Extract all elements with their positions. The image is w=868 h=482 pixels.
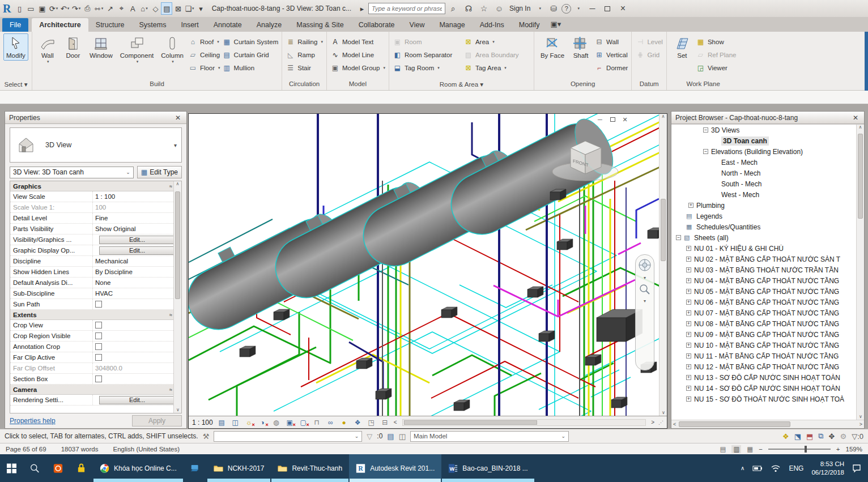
property-row-scale-value-1[interactable]: Scale Value 1:100 [10, 202, 181, 213]
visual-style-icon[interactable]: ◫ [231, 418, 240, 427]
user-icon[interactable]: ☺ [492, 2, 507, 15]
design-option-select[interactable]: Main Model⌄ [410, 431, 569, 442]
save-icon[interactable]: ▣ [36, 2, 48, 15]
property-value[interactable]: Mechanical [93, 256, 181, 266]
tab-modify[interactable]: Modify [512, 18, 547, 32]
tag-room-button-dropdown-icon[interactable]: ▾ [437, 66, 440, 70]
column-button-dropdown-icon[interactable]: ▾ [172, 59, 174, 64]
help-search-input[interactable] [368, 3, 445, 14]
tab-annotate[interactable]: Annotate [206, 18, 249, 32]
shadows-icon[interactable]: ◑× [258, 418, 267, 427]
tray-language[interactable]: ENG [789, 464, 803, 472]
web-layout-icon[interactable]: ▦ [747, 445, 753, 453]
thin-lines-icon[interactable]: ▤ [161, 2, 172, 15]
tree-item-nu-09-m-t-b-ng-c-p-tho-t-n-c-t-ng[interactable]: +NU 09 - MẶT BẰNG CẤP THOÁT NƯỚC TẦNG [671, 329, 864, 340]
tree-expander-icon[interactable]: + [686, 396, 691, 402]
taskbar-pc-button[interactable] [184, 454, 207, 482]
panel-label-build[interactable]: Build [32, 80, 282, 90]
steering-wheel-icon[interactable] [638, 258, 652, 272]
tree-expander-icon[interactable]: + [686, 386, 691, 391]
set-work-plane-button[interactable]: Set [670, 33, 694, 61]
property-row-visibility-graphics[interactable]: Visibility/Graphics ...Edit... [10, 234, 181, 245]
sign-in-dropdown-icon[interactable]: ▾ [534, 2, 546, 15]
tree-expander-icon[interactable]: + [686, 310, 691, 315]
default-3d-view-icon[interactable]: ⌂▾ [138, 2, 150, 15]
word-word-count[interactable]: 18037 words [61, 446, 99, 453]
model-text-button[interactable]: AModel Text [330, 37, 385, 46]
property-value[interactable]: Edit... [93, 234, 181, 245]
property-checkbox[interactable] [95, 376, 102, 382]
taskbar-autodesk-revit-201-button[interactable]: RAutodesk Revit 201... [349, 454, 441, 482]
property-value[interactable] [93, 342, 181, 352]
property-value[interactable]: By Discipline [93, 267, 181, 277]
help-dropdown-icon[interactable]: ▾ [573, 2, 584, 15]
aligned-dimension-icon[interactable]: ↗ [104, 2, 116, 15]
tree-item-3d-toan-canh[interactable]: 3D Toan canh [671, 135, 864, 146]
property-value[interactable]: Edit... [93, 245, 181, 255]
area-button-dropdown-icon[interactable]: ▾ [492, 40, 495, 44]
door-button[interactable]: Door [61, 33, 85, 61]
tree-item-nu-02-m-t-b-ng-c-p-tho-t-n-c-s-n-t[interactable]: +NU 02 - MẶT BẰNG CẤP THOÁT NƯỚC SÀN T [671, 254, 864, 265]
tree-item-nu-10-m-t-b-ng-c-p-tho-t-n-c-t-ng[interactable]: +NU 10 - MẶT BẰNG CẤP THOÁT NƯỚC TẦNG [671, 340, 864, 351]
curtain-grid-button[interactable]: ▤Curtain Grid [222, 50, 279, 59]
central-changes-icon[interactable]: ⬒ [806, 432, 813, 441]
taskbar-app-o-button[interactable] [46, 454, 70, 482]
tree-item-legends[interactable]: ▤Legends [671, 211, 864, 221]
tag-room-button[interactable]: ⬓Tag Room▾ [393, 63, 462, 72]
tab-analyze[interactable]: Analyze [249, 18, 289, 32]
type-selector-dropdown-icon[interactable]: ▾ [174, 142, 177, 148]
worksets-icon[interactable]: ⚒ [203, 432, 210, 441]
property-row-sub-discipline[interactable]: Sub-DisciplineHVAC [10, 288, 181, 299]
restore-button[interactable] [600, 2, 615, 15]
property-value[interactable]: Show Original [93, 224, 181, 234]
tree-item-elevations-building-elevation[interactable]: −Elevations (Building Elevation) [671, 146, 864, 157]
action-center-icon[interactable] [852, 464, 861, 473]
hscroll-left-icon[interactable]: < [394, 419, 397, 425]
property-row-sun-path[interactable]: Sun Path [10, 299, 181, 310]
select-arrows-icon[interactable]: ✥ [829, 432, 835, 441]
tree-item-nu-08-m-t-b-ng-c-p-tho-t-n-c-t-ng[interactable]: +NU 08 - MẶT BẰNG CẤP THOÁT NƯỚC TẦNG [671, 318, 864, 329]
zoom-dropdown-icon[interactable]: ▾ [644, 298, 646, 304]
panel-label-opening[interactable]: Opening [534, 80, 632, 90]
property-checkbox[interactable] [95, 354, 102, 361]
ref-plane-button[interactable]: ▱Ref Plane [696, 50, 737, 59]
print-icon[interactable]: ⎙ [82, 2, 93, 15]
model-group-button-dropdown-icon[interactable]: ▾ [383, 66, 385, 70]
tab-add-ins[interactable]: Add-Ins [473, 18, 512, 32]
browser-scrollbar[interactable]: ∧∨ [856, 125, 864, 420]
sign-in-button[interactable]: Sign In [507, 5, 533, 12]
tag-area-button-dropdown-icon[interactable]: ▾ [504, 66, 507, 70]
tree-expander-icon[interactable]: + [686, 246, 691, 251]
taskbar-search-button[interactable] [23, 454, 46, 482]
property-row-view-scale[interactable]: View Scale1 : 100 [10, 191, 181, 202]
redo-icon[interactable]: ↷▾ [70, 2, 82, 15]
dormer-opening-button[interactable]: ⌐Dormer [594, 63, 628, 72]
word-page-count[interactable]: Page 65 of 69 [6, 446, 46, 453]
property-row-parts-visibility[interactable]: Parts VisibilityShow Original [10, 224, 181, 234]
tree-item-nu-07-m-t-b-ng-c-p-tho-t-n-c-t-ng[interactable]: +NU 07 - MẶT BẰNG CẤP THOÁT NƯỚC TẦNG [671, 308, 864, 318]
view-horizontal-scrollbar[interactable] [402, 419, 646, 426]
tree-expander-icon[interactable]: + [686, 300, 691, 305]
view-scale[interactable]: 1 : 100 [192, 419, 213, 426]
temp-view-properties-icon[interactable]: ❖ [353, 418, 363, 427]
search-icon[interactable]: ⌕ [446, 2, 461, 15]
tree-expander-icon[interactable]: − [676, 235, 681, 240]
hscroll-right-icon[interactable]: > [651, 419, 654, 425]
taskbar-start-button[interactable] [0, 454, 23, 482]
tree-expander-icon[interactable]: − [703, 149, 708, 154]
property-row-annotation-crop[interactable]: Annotation Crop [10, 342, 181, 352]
panel-label-room-area[interactable]: Room & Area ▾ [389, 80, 534, 90]
tree-item-east-mech[interactable]: East - Mech [671, 157, 864, 168]
panel-label-model[interactable]: Model [327, 80, 389, 90]
section-icon[interactable]: ◇ [150, 2, 161, 15]
undo-icon[interactable]: ↶▾ [59, 2, 70, 15]
tag-icon[interactable]: ⌖ [116, 2, 127, 15]
edit-button[interactable]: Edit... [99, 396, 175, 404]
properties-scrollbar[interactable]: ∧∨ [173, 181, 181, 413]
open-file-icon[interactable]: ▭ [25, 2, 36, 15]
tree-expander-icon[interactable]: + [686, 375, 691, 380]
type-selector[interactable]: 3D View ▾ [10, 127, 182, 163]
railing-button[interactable]: ≣Railing▾ [286, 37, 323, 46]
property-value[interactable]: HVAC [93, 288, 181, 298]
read-mode-icon[interactable]: ▤ [720, 445, 726, 453]
